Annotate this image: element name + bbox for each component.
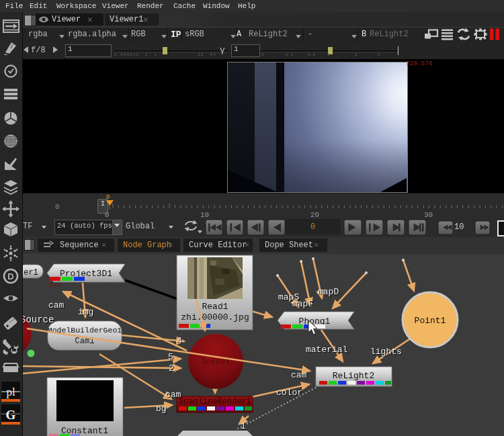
- svg-text:cam: cam: [291, 370, 307, 380]
- svg-text:Source: Source: [22, 314, 54, 325]
- svg-text:Phong1: Phong1: [299, 316, 331, 326]
- svg-text:ScanlineRender1: ScanlineRender1: [179, 397, 251, 406]
- svg-text:cam: cam: [165, 390, 181, 400]
- svg-text:Read1: Read1: [202, 302, 228, 312]
- svg-text:D: D: [7, 271, 13, 281]
- svg-text:Point1: Point1: [415, 316, 446, 326]
- svg-text:G: G: [6, 408, 16, 422]
- svg-text:color: color: [276, 388, 302, 398]
- svg-text:1: 1: [241, 421, 246, 431]
- svg-text:cam: cam: [48, 300, 65, 310]
- svg-text:img: img: [78, 307, 93, 317]
- svg-text:ReLight2: ReLight2: [333, 371, 374, 381]
- svg-text:4: 4: [177, 336, 182, 346]
- svg-text:material: material: [306, 345, 348, 355]
- svg-text:pl: pl: [6, 386, 15, 398]
- svg-text:5: 5: [168, 352, 173, 362]
- svg-text:lights: lights: [370, 347, 402, 357]
- svg-text:2: 2: [169, 363, 174, 374]
- svg-text:bg: bg: [156, 404, 167, 414]
- svg-text:mapF: mapF: [292, 299, 313, 309]
- svg-text:bro: bro: [50, 282, 60, 289]
- svg-text:zhi.00000.jpg: zhi.00000.jpg: [181, 312, 249, 322]
- svg-text:mapD: mapD: [318, 287, 339, 297]
- svg-text:er1: er1: [24, 268, 38, 277]
